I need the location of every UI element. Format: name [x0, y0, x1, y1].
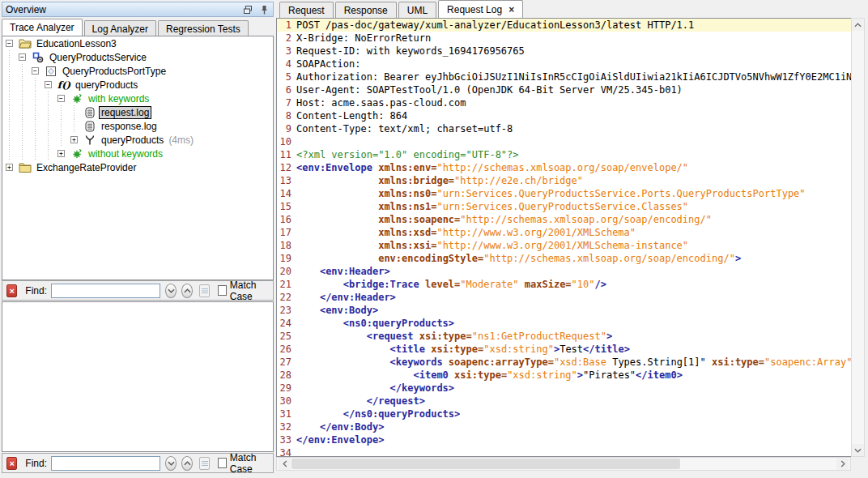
code-text: </env:Header> [296, 291, 851, 304]
restore-icon[interactable] [242, 4, 253, 15]
tab-close-icon[interactable]: × [508, 4, 514, 15]
scroll-down-icon[interactable] [852, 444, 864, 456]
tab-trace-analyzer[interactable]: Trace Analyzer [2, 19, 83, 36]
code-token [296, 175, 378, 186]
code-token: <ns0:queryProducts> [343, 318, 454, 329]
collapse-icon[interactable]: − [6, 40, 13, 47]
line-number: 22 [277, 291, 296, 304]
line-number: 9 [277, 122, 296, 135]
find-previous-button[interactable] [181, 456, 193, 471]
line-number: 2 [277, 32, 296, 45]
code-token: Types.String[1]" [606, 356, 712, 368]
code-token: xmlns:xsi= [378, 240, 436, 251]
code-line-1: 1POST /pas-doc/gateway/xuml-analyzer/Edu… [277, 19, 851, 32]
testcase-icon [70, 148, 83, 160]
highlight-all-button[interactable] [199, 457, 210, 470]
find-input[interactable] [51, 284, 160, 298]
tree-item-without-keywords[interactable]: +without keywords [2, 147, 273, 160]
code-token: <env:Header> [320, 266, 390, 277]
highlight-all-button[interactable] [199, 284, 210, 297]
tree-indent-guide [70, 105, 83, 119]
code-line-17: 17 xmlns:xsd="http://www.w3.org/2001/XML… [277, 226, 851, 239]
scroll-left-icon[interactable] [279, 458, 291, 470]
pin-icon[interactable] [258, 4, 270, 15]
request-log-editor[interactable]: 1POST /pas-doc/gateway/xuml-analyzer/Edu… [276, 18, 851, 457]
code-token [296, 318, 343, 329]
expand-icon[interactable]: + [6, 164, 13, 171]
find-previous-button[interactable] [181, 284, 193, 298]
horizontal-scrollbar[interactable] [276, 457, 851, 471]
tree-item-label: QueryProductsService [48, 52, 148, 63]
find-close-button[interactable]: × [6, 457, 17, 470]
tree-item-label: queryProducts [74, 79, 139, 91]
expand-icon[interactable]: + [70, 136, 78, 143]
find-input[interactable] [51, 456, 160, 471]
tree-item-label: without keywords [87, 148, 164, 160]
hscroll-thumb[interactable] [291, 459, 680, 469]
match-case-checkbox[interactable] [218, 285, 226, 296]
find-next-button[interactable] [165, 284, 177, 298]
function-icon: f() [57, 79, 70, 91]
code-text: <env:Header> [296, 265, 851, 278]
tree-item-queryproducts[interactable]: −f()queryProducts [2, 78, 273, 92]
code-line-15: 15 xmlns:ns1="urn:Services.QueryProducts… [277, 200, 851, 213]
tab-request-log[interactable]: Request Log× [438, 0, 523, 18]
code-token: maxSize= [525, 279, 572, 290]
tree-item-educationlesson3[interactable]: −EducationLesson3 [2, 36, 273, 50]
collapse-icon[interactable]: − [45, 81, 52, 88]
tree-indent-guide [6, 105, 19, 119]
code-token: </title> [583, 344, 630, 355]
collapse-icon[interactable]: − [32, 67, 39, 75]
line-number: 27 [277, 356, 296, 369]
tab-request[interactable]: Request [279, 2, 334, 18]
match-case-checkbox[interactable] [218, 458, 226, 468]
code-token: Test [560, 344, 583, 355]
tree-item-queryproductsservice[interactable]: −QueryProductsService [2, 50, 273, 64]
line-number: 11 [277, 148, 296, 161]
tab-response[interactable]: Response [335, 2, 397, 18]
scroll-up-icon[interactable] [852, 19, 864, 31]
collapse-icon[interactable]: − [57, 95, 65, 102]
tree-item-queryproductsporttype[interactable]: −QueryProductsPortType [2, 64, 273, 78]
line-number: 15 [277, 200, 296, 213]
code-token: Host: acme.saas.pas-cloud.com [296, 97, 466, 109]
code-text: Host: acme.saas.pas-cloud.com [296, 96, 851, 109]
tab-regression-tests[interactable]: Regression Tests [158, 20, 249, 36]
log-viewer-panel: RequestResponseUMLRequest Log× 1POST /pa… [276, 0, 868, 478]
code-text: Content-Type: text/xml; charset=utf-8 [296, 122, 851, 135]
code-line-4: 4SOAPAction: [277, 58, 851, 70]
line-number: 6 [277, 83, 296, 96]
collapse-icon[interactable]: − [19, 53, 26, 61]
tree-item-exchangerateprovider[interactable]: +ExchangeRateProvider [2, 160, 273, 174]
code-token: "http://schemas.xmlsoap.org/soap/encodin… [460, 214, 712, 225]
code-text: POST /pas-doc/gateway/xuml-analyzer/Educ… [296, 19, 851, 32]
code-text: <request xsi:type="ns1:GetProductRequest… [296, 330, 851, 343]
tree-item-with-keywords[interactable]: −with keywords [2, 92, 273, 105]
code-line-8: 8Content-Length: 864 [277, 109, 851, 122]
vertical-scrollbar[interactable] [851, 18, 865, 457]
tab-uml[interactable]: UML [398, 2, 436, 18]
code-token: > [606, 331, 612, 342]
tree-item-response-log[interactable]: response.log [2, 119, 273, 133]
code-token: xsi:type= [454, 369, 507, 381]
find-label: Find: [25, 285, 47, 297]
tree-item-request-log[interactable]: request.log [2, 105, 273, 119]
expand-icon[interactable]: + [57, 150, 65, 157]
tree-indent-guide [6, 147, 19, 160]
code-token [296, 356, 390, 368]
find-close-button[interactable]: × [6, 284, 17, 297]
tree-item-queryproducts[interactable]: +queryProducts(4ms) [2, 133, 273, 147]
line-number: 32 [277, 420, 296, 433]
code-token: </env:Envelope> [296, 434, 384, 446]
line-number: 8 [277, 109, 296, 122]
tab-log-analyzer[interactable]: Log Analyzer [84, 20, 156, 36]
code-token: > [735, 253, 741, 264]
find-next-button[interactable] [165, 456, 177, 471]
code-line-2: 2X-Bridge: NoErrorReturn [277, 32, 851, 45]
code-token: Request-ID: with keywords_1694176956765 [296, 45, 525, 57]
code-line-6: 6User-Agent: SOAPTestTool/1.0 (OpenJDK 6… [277, 83, 851, 96]
duration-badge: (4ms) [168, 134, 194, 146]
scroll-right-icon[interactable] [836, 458, 849, 470]
line-number: 16 [277, 213, 296, 226]
code-token: xsi:type= [419, 331, 472, 342]
